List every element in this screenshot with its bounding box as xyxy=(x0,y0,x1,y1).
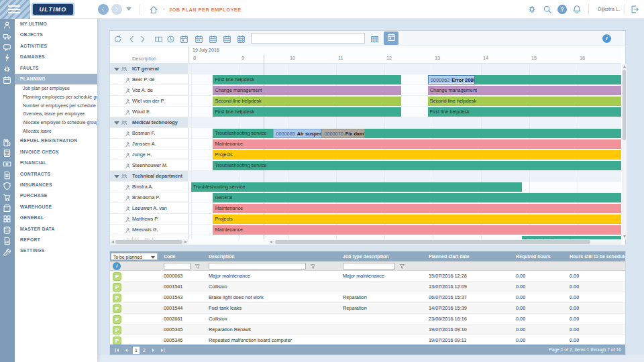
gantt-schedule-bar[interactable]: Second line helpdesk xyxy=(213,97,401,106)
grid-view-icon[interactable] xyxy=(370,34,379,46)
gantt-schedule-bar[interactable]: Maintenance xyxy=(213,204,621,213)
table-row-0001543[interactable]: P0001543Brake light does not workReparat… xyxy=(110,292,625,303)
gantt-schedule-bar[interactable]: Change management xyxy=(213,86,401,95)
grid-icon[interactable] xyxy=(3,214,11,226)
sidebar-item-damages[interactable]: DAMAGES xyxy=(15,52,97,62)
sidebar-item-my-ultimo[interactable]: MY ULTIMO xyxy=(15,19,97,29)
gantt-schedule-bar[interactable]: Change management xyxy=(428,86,621,95)
gantt-employee-row[interactable]: Matthews P. xyxy=(110,214,189,225)
sidebar-item-planning[interactable]: PLANNING xyxy=(15,74,97,84)
gantt-schedule-bar[interactable]: Projects xyxy=(213,215,621,224)
sidebar-item-invoice-check[interactable]: INVOICE CHECK xyxy=(15,147,97,158)
gear-icon[interactable] xyxy=(3,64,11,76)
gantt-schedule-bar[interactable]: First line helpdesk xyxy=(213,75,401,84)
gantt-employee-row[interactable]: Janssen A. xyxy=(110,139,189,149)
gantt-employee-row[interactable]: Meeuwis G. xyxy=(110,225,189,235)
date-filter-input[interactable] xyxy=(251,33,365,44)
gantt-employee-row[interactable]: Leeuwen A. van xyxy=(110,203,189,214)
lightning-icon[interactable] xyxy=(3,53,11,65)
sidebar-item-report[interactable]: REPORT xyxy=(15,235,97,245)
box-icon[interactable] xyxy=(3,203,11,215)
column-header-planned-start-date[interactable]: Planned start date xyxy=(427,251,514,261)
calculator-icon[interactable] xyxy=(3,148,11,160)
calendar-day-icon[interactable] xyxy=(180,34,189,46)
next-period-icon[interactable] xyxy=(138,34,147,46)
status-filter-dropdown[interactable]: To be planned xyxy=(111,253,158,260)
database-icon[interactable] xyxy=(3,225,11,237)
column-header-job-type-description[interactable]: Job type description xyxy=(341,251,427,261)
gantt-employee-row[interactable]: Beer P. de xyxy=(110,74,189,85)
search-icon[interactable] xyxy=(543,5,552,17)
sidebar-subitem-job-plan-per-employee[interactable]: Job plan per employee xyxy=(15,84,97,93)
table-row-0001541[interactable]: P0001541Collision13/07/2016 12:090.000.0… xyxy=(110,282,625,292)
table-row-0005345[interactable]: P0005345Reparation Renault19/07/2016 09:… xyxy=(110,324,625,335)
history-dropdown-caret[interactable] xyxy=(126,7,131,11)
sidebar-item-warehouse[interactable]: WAREHOUSE xyxy=(15,202,97,213)
money-icon[interactable] xyxy=(3,159,11,171)
notifications-bell-icon[interactable] xyxy=(572,5,582,17)
shield-icon[interactable] xyxy=(3,181,11,193)
gantt-schedule-bar[interactable]: Troubleshooting service xyxy=(522,236,621,239)
sidebar-item-insurances[interactable]: INSURANCES xyxy=(15,180,97,190)
timeline-horizontal-scrollbar[interactable] xyxy=(268,239,621,245)
calendar-month-icon[interactable] xyxy=(237,34,246,46)
time-scale-icon[interactable] xyxy=(166,34,175,46)
sidebar-item-activities[interactable]: ACTIVITIES xyxy=(15,41,97,52)
sidebar-item-refuel-registration[interactable]: REFUEL REGISTRATION xyxy=(15,135,97,146)
sidebar-item-contracts[interactable]: CONTRACTS xyxy=(15,169,97,180)
gantt-group-row[interactable]: ICT general xyxy=(110,64,189,74)
sidebar-subitem-number-of-employees-per-schedule-group[interactable]: Number of employees per schedule group xyxy=(15,102,97,111)
report-icon[interactable] xyxy=(3,236,11,248)
gantt-schedule-bar[interactable]: Maintenance xyxy=(213,225,621,235)
cart-icon[interactable] xyxy=(3,192,11,204)
sidebar-item-objects[interactable]: OBJECTS xyxy=(15,29,97,40)
funnel-filter-icon[interactable] xyxy=(310,261,316,270)
gantt-employee-row[interactable]: Woud E. xyxy=(110,107,189,117)
scrollbar-thumb[interactable] xyxy=(115,240,182,244)
back-button[interactable] xyxy=(98,4,109,15)
gantt-schedule-bar[interactable]: Maintenance xyxy=(213,139,621,149)
fuel-icon[interactable] xyxy=(3,137,11,149)
gantt-schedule-bar[interactable]: Troubleshooting service xyxy=(213,161,621,170)
gantt-employee-row[interactable]: Binstra A. xyxy=(110,182,189,192)
gear-icon[interactable] xyxy=(527,5,537,17)
gantt-schedule-bar[interactable] xyxy=(365,129,621,138)
gantt-schedule-bar[interactable]: General xyxy=(213,193,621,202)
sidebar-item-master-data[interactable]: MASTER DATA xyxy=(15,224,97,235)
gantt-schedule-bar[interactable]: Troubleshooting service xyxy=(213,129,273,138)
info-icon[interactable]: i xyxy=(602,34,611,43)
gantt-task-bar-0000065[interactable]: 0000065Air suspensio xyxy=(273,129,321,138)
filter-input[interactable] xyxy=(164,263,191,269)
sidebar-subitem-planning-employees-per-schedule-group[interactable]: Planning employees per schedule group xyxy=(15,93,97,102)
timeline-vertical-scrollbar[interactable] xyxy=(622,64,627,239)
gantt-employee-row[interactable]: Vos A. de xyxy=(110,85,189,96)
wrench-icon[interactable] xyxy=(3,247,11,259)
current-user[interactable]: Dijkstra L. xyxy=(598,6,620,12)
gantt-schedule-bar[interactable]: Troubleshooting service xyxy=(191,182,522,192)
gantt-group-row[interactable]: Technical department xyxy=(110,171,189,182)
gantt-schedule-bar[interactable]: Projects xyxy=(213,150,621,160)
scrollbar-thumb[interactable] xyxy=(275,240,590,244)
sidebar-subitem-overview-leave-per-employee[interactable]: Overview, leave per employee xyxy=(15,110,97,119)
sidebar-item-financial[interactable]: FINANCIAL xyxy=(15,158,97,168)
calendar-icon[interactable] xyxy=(3,75,11,87)
calendar-workweek-icon[interactable] xyxy=(209,34,217,46)
truck-icon[interactable] xyxy=(3,31,11,43)
hamburger-menu-button[interactable] xyxy=(0,0,30,19)
refresh-icon[interactable] xyxy=(113,34,122,46)
table-row-0001544[interactable]: P0001544Fuel tank leaksReparation14/07/2… xyxy=(110,303,625,314)
sidebar-item-general[interactable]: GENERAL xyxy=(15,213,97,223)
logout-icon[interactable] xyxy=(630,5,639,17)
split-view-icon[interactable] xyxy=(154,34,163,46)
column-header-required-hours[interactable]: Required hours xyxy=(514,251,568,261)
gantt-employee-row[interactable]: Wiel van der P. xyxy=(110,96,189,107)
sidebar-subitem-allocate-employee-to-schedule-group[interactable]: Allocate employee to schedule group xyxy=(15,119,97,127)
sidebar-item-purchase[interactable]: PURCHASE xyxy=(15,190,97,201)
forward-button[interactable] xyxy=(111,4,122,15)
column-header-description[interactable]: Description xyxy=(207,251,341,261)
gantt-schedule-bar[interactable]: First line helpdesk xyxy=(213,107,401,117)
page-number[interactable]: 2 xyxy=(141,347,148,354)
help-icon[interactable]: ? xyxy=(557,5,567,14)
funnel-filter-icon[interactable] xyxy=(195,261,201,270)
column-header-code[interactable]: Code xyxy=(162,251,207,261)
